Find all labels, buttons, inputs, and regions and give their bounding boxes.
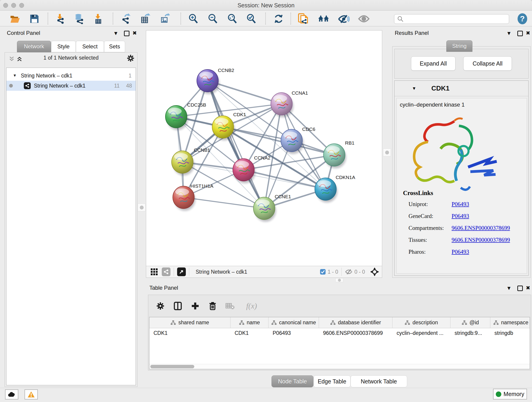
network-edge[interactable] (244, 170, 326, 189)
network-edge[interactable] (208, 81, 264, 208)
tree-expand-icon[interactable]: ▼ (13, 73, 17, 78)
control-panel-title: Control Panel (7, 30, 40, 36)
control-panel-collapse-icon[interactable]: ▼ (113, 30, 119, 36)
show-columns-icon[interactable] (171, 299, 184, 313)
right-splitter-handle[interactable] (383, 148, 391, 156)
first-neighbors-icon[interactable] (318, 13, 330, 25)
open-file-icon[interactable] (9, 13, 21, 25)
section-collapse-icon[interactable]: ▼ (412, 86, 416, 91)
table-row[interactable]: CDK1CDK1P064939606.ENSP00000378699cyclin… (149, 328, 530, 338)
cloud-status-button[interactable] (5, 389, 18, 400)
tab-node-table[interactable]: Node Table (272, 375, 313, 387)
tab-style[interactable]: Style (51, 41, 76, 52)
column-header-database-identifier[interactable]: database identifier (319, 317, 393, 328)
clone-network-icon[interactable] (298, 13, 309, 25)
crosslink-link[interactable]: P06493 (452, 201, 469, 207)
crosslink-label: Tissues: (409, 237, 427, 243)
results-panel-close-icon[interactable]: ✖ (526, 30, 530, 36)
zoom-selected-icon[interactable] (245, 13, 257, 25)
network-node-CCNA1[interactable] (271, 93, 293, 117)
crosslink-label: GeneCard: (409, 213, 433, 219)
zoom-fit-icon[interactable] (226, 13, 238, 25)
column-header-label: shared name (178, 319, 209, 326)
birdseye-grid-icon[interactable] (150, 268, 158, 276)
network-node-CDC6[interactable] (281, 129, 303, 154)
help-icon[interactable]: ? (516, 13, 528, 25)
table-options-gear-icon[interactable] (154, 299, 167, 313)
detach-view-icon[interactable] (177, 268, 186, 276)
network-node-CDK1[interactable] (212, 116, 234, 140)
network-node-HIST1H1A[interactable] (173, 186, 195, 211)
tab-string[interactable]: String (446, 40, 472, 52)
tab-network-table[interactable]: Network Table (351, 375, 407, 387)
export-image-icon[interactable] (158, 13, 171, 25)
column-header--id[interactable]: @id (450, 317, 490, 328)
network-node-CDC25B[interactable] (165, 105, 188, 130)
node-label: CDKN1A (336, 175, 355, 180)
crosslink-link[interactable]: P06493 (452, 213, 469, 219)
network-node-CCNE1[interactable] (253, 197, 276, 222)
network-collection-row[interactable]: ▼ String Network – cdk1 1 (6, 70, 136, 81)
column-header-name[interactable]: name (230, 317, 268, 328)
bottom-splitter-handle[interactable] (336, 278, 343, 282)
zoom-in-icon[interactable] (187, 13, 199, 25)
zoom-out-icon[interactable] (207, 13, 219, 25)
export-network-icon[interactable] (120, 13, 132, 25)
delete-column-trash-icon[interactable] (206, 299, 219, 313)
column-header-description[interactable]: description (393, 317, 450, 328)
gene-section-header[interactable]: ▼ CDK1 (394, 81, 528, 96)
show-all-eye-icon[interactable] (358, 13, 370, 25)
left-splitter-handle[interactable] (138, 204, 146, 211)
scrollbar-thumb[interactable] (150, 365, 194, 368)
export-table-icon[interactable] (139, 13, 151, 25)
import-network-file-icon[interactable] (54, 13, 66, 25)
network-edge-count: 48 (126, 83, 132, 89)
search-input[interactable] (406, 15, 509, 23)
network-row-selected[interactable]: String Network – cdk1 11 48 (6, 81, 136, 91)
column-header-canonical-name[interactable]: canonical name (268, 317, 319, 328)
tab-network[interactable]: Network (17, 41, 51, 52)
network-options-gear-icon[interactable] (127, 54, 134, 62)
network-node-CDKN1A[interactable] (315, 178, 337, 202)
network-node-CCNB2[interactable] (197, 70, 219, 94)
table-panel-collapse-icon[interactable]: ▼ (506, 285, 512, 291)
hierarchy-column-icon (171, 320, 176, 325)
control-panel-close-icon[interactable]: ✖ (133, 30, 137, 36)
network-overview-icon[interactable] (162, 268, 171, 276)
create-column-plus-icon[interactable] (189, 299, 202, 313)
selected-checkbox-icon[interactable] (320, 269, 326, 275)
warning-status-button[interactable] (25, 389, 38, 400)
save-session-icon[interactable] (28, 13, 40, 25)
apply-layout-icon[interactable] (273, 13, 285, 25)
memory-button[interactable]: Memory (493, 389, 527, 400)
column-header-shared-name[interactable]: shared name (149, 317, 230, 328)
collapse-all-button[interactable]: Collapse All (463, 56, 512, 70)
column-header-namespace[interactable]: namespace (490, 317, 530, 328)
control-panel-float-icon[interactable] (124, 31, 129, 36)
network-graph[interactable]: CCNB2CCNA1CDC25BCDK1CDC6RB1CCNB1CCNA2CDK… (146, 31, 382, 266)
table-panel-float-icon[interactable] (517, 286, 523, 291)
table-panel-close-icon[interactable]: ✖ (526, 285, 530, 291)
import-table-file-icon[interactable] (92, 13, 104, 25)
network-node-RB1[interactable] (323, 144, 346, 168)
tab-edge-table[interactable]: Edge Table (313, 375, 351, 387)
crosslink-link[interactable]: 9606.ENSP00000378699 (452, 225, 510, 231)
network-canvas[interactable]: CCNB2CCNA1CDC25BCDK1CDC6RB1CCNB1CCNA2CDK… (146, 30, 382, 266)
tab-sets[interactable]: Sets (104, 41, 125, 52)
toolbar-separator (291, 13, 291, 25)
crosslink-link[interactable]: P06493 (452, 249, 469, 255)
crosslink-link[interactable]: 9606.ENSP00000378699 (452, 237, 510, 243)
hidden-eye-icon[interactable] (345, 269, 353, 275)
results-panel-collapse-icon[interactable]: ▼ (506, 30, 512, 36)
network-edge[interactable] (184, 197, 264, 208)
tab-select[interactable]: Select (76, 41, 104, 52)
toolbar-separator (113, 13, 113, 25)
function-builder-icon[interactable]: f(x) (241, 299, 262, 313)
hide-selected-eye-icon[interactable] (338, 13, 350, 25)
center-view-crosshair-icon[interactable] (370, 267, 379, 276)
results-panel-float-icon[interactable] (517, 31, 523, 36)
import-network-database-icon[interactable] (73, 13, 85, 25)
table-cell: 9606.ENSP00000378699 (319, 328, 393, 338)
delete-table-icon[interactable] (223, 299, 237, 313)
expand-all-button[interactable]: Expand All (411, 56, 456, 70)
